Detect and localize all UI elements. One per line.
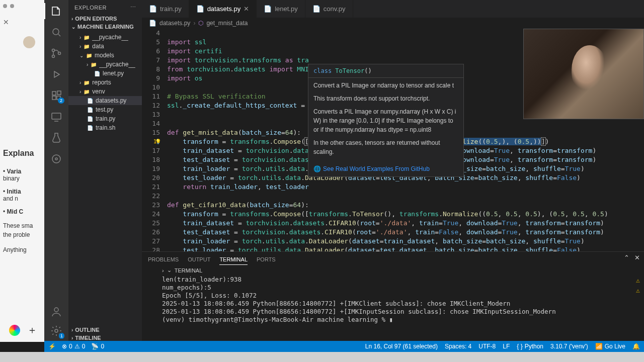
panel-tab[interactable]: TERMINAL	[219, 254, 248, 265]
folder-item[interactable]: ›📁data	[68, 42, 142, 51]
activity-bar: 2 1	[44, 0, 68, 342]
search-icon[interactable]	[50, 26, 62, 38]
indentation-status[interactable]: Spaces: 4	[445, 343, 471, 350]
file-item[interactable]: 📄datasets.py	[68, 96, 142, 105]
maximize-panel-icon[interactable]: ⌃	[624, 254, 629, 261]
folder-icon: 📁	[86, 52, 93, 59]
interpreter-status[interactable]: 3.10.7 ('venv')	[550, 343, 588, 350]
svg-rect-7	[57, 91, 61, 95]
folder-item[interactable]: ›📁reports	[68, 78, 142, 87]
source-control-icon[interactable]	[50, 47, 62, 59]
chevron-right-icon: ›	[79, 89, 81, 95]
file-icon: 📄	[149, 5, 157, 13]
close-icon[interactable]: ✕	[3, 18, 41, 26]
ports-status[interactable]: 📡0	[91, 343, 104, 350]
explorer-icon[interactable]	[50, 5, 62, 17]
svg-point-2	[52, 55, 55, 58]
file-item[interactable]: 📄train.py	[68, 114, 142, 123]
editor-tab[interactable]: 📄conv.py	[305, 0, 353, 18]
remote-indicator[interactable]: ⚡	[48, 343, 56, 350]
panel-tab[interactable]: PORTS	[257, 254, 276, 264]
encoding-status[interactable]: UTF-8	[478, 343, 496, 350]
file-item[interactable]: 📄train.sh	[68, 123, 142, 132]
svg-rect-4	[52, 92, 56, 95]
outline-section[interactable]: › OUTLINE	[68, 326, 142, 334]
hover-text: This transform does not support torchscr…	[313, 94, 458, 103]
bullet-item: • Variabinary	[3, 168, 41, 182]
browser-tab-dot	[3, 4, 7, 8]
paragraph: These sma the proble	[3, 221, 41, 239]
folder-item[interactable]: ›📁venv	[68, 87, 142, 96]
badge: 2	[58, 98, 64, 104]
workspace-section[interactable]: ⌄ MACHINE LEARNING	[68, 23, 142, 31]
file-item[interactable]: 📄lenet.py	[68, 69, 142, 78]
status-bar: ⚡ ⊗0 ⚠0 📡0 Ln 16, Col 97 (61 selected) S…	[44, 341, 644, 352]
chevron-right-icon: ›	[79, 35, 81, 40]
close-panel-icon[interactable]: ✕	[634, 254, 640, 261]
sidebar: EXPLORER ⋯ › OPEN EDITORS ⌄ MACHINE LEAR…	[68, 0, 142, 342]
warning-icon: ⚠	[74, 343, 80, 350]
breadcrumb[interactable]: 📄 datasets.py › ⬡ get_mnist_data	[142, 18, 644, 29]
bullet-item: • Mid C	[3, 208, 41, 215]
browser-tab-dot	[10, 4, 14, 8]
file-icon: 📄	[87, 115, 94, 122]
panel-tab[interactable]: PROBLEMS	[148, 254, 179, 264]
extensions-icon[interactable]: 2	[50, 89, 62, 102]
open-editors-section[interactable]: › OPEN EDITORS	[68, 15, 142, 23]
macos-dock	[0, 352, 644, 362]
gear-icon[interactable]: 1	[50, 325, 62, 337]
folder-icon: 📁	[83, 88, 90, 95]
panel-tabs: PROBLEMSOUTPUTTERMINALPORTS	[142, 252, 644, 267]
account-icon[interactable]	[50, 306, 62, 318]
more-icon[interactable]: ⋯	[130, 4, 136, 11]
folder-item[interactable]: ⌄📁models	[68, 51, 142, 60]
warning-icon: ⚠	[636, 277, 640, 285]
globe-icon: 🌐	[313, 165, 321, 172]
vscode-window: 2 1 EXPLORER ⋯ › OPEN EDITORS ⌄ MACHINE …	[44, 0, 644, 342]
folder-icon: 📁	[83, 34, 90, 41]
copilot-icon[interactable]	[9, 325, 20, 336]
bullet-item: • Initiaand n	[3, 188, 41, 202]
run-debug-icon[interactable]	[50, 68, 62, 80]
editor-group: 📄train.py📄datasets.py✕📄lenet.py📄conv.py …	[142, 0, 644, 342]
hover-text: Converts a PIL Image or numpy.ndarray (H…	[313, 107, 458, 134]
folder-item[interactable]: ›📁__pycache__	[68, 33, 142, 42]
close-icon[interactable]: ✕	[244, 5, 249, 13]
folder-icon: 📁	[83, 43, 90, 50]
language-status[interactable]: { } Python	[517, 343, 543, 350]
avatar	[23, 36, 35, 48]
hover-tooltip: class ToTensor() Convert a PIL Image or …	[308, 64, 464, 177]
eol-status[interactable]: LF	[503, 343, 510, 350]
hover-signature: class ToTensor()	[308, 64, 463, 78]
jupyter-icon[interactable]	[50, 153, 62, 165]
terminal-label: TERMINAL	[175, 267, 203, 274]
file-item[interactable]: 📄test.py	[68, 105, 142, 114]
svg-point-11	[54, 308, 58, 312]
editor-tab[interactable]: 📄lenet.py	[257, 0, 305, 18]
terminal-output[interactable]: len(train_loader):938 num_epochs):5 Epoc…	[142, 275, 644, 342]
file-icon: 📄	[87, 97, 94, 104]
folder-item[interactable]: ›📁__pycache__	[68, 60, 142, 69]
new-chat-icon[interactable]: ＋	[27, 323, 37, 337]
hover-text: Convert a PIL Image or ndarray to tensor…	[313, 81, 458, 90]
chevron-right-icon: ›	[162, 267, 164, 274]
file-icon: 📄	[196, 5, 204, 13]
chevron-down-icon: ⌄	[79, 53, 84, 58]
problems-status[interactable]: ⊗0 ⚠0	[62, 343, 85, 350]
remote-icon[interactable]	[50, 111, 62, 123]
hover-text: In the other cases, tensors are returned…	[313, 138, 458, 156]
file-icon: 📄	[264, 5, 272, 13]
chevron-down-icon: ⌄	[167, 267, 172, 274]
editor-tab[interactable]: 📄datasets.py✕	[189, 0, 257, 18]
notifications-icon[interactable]: 🔔	[632, 343, 640, 350]
editor-tab[interactable]: 📄train.py	[142, 0, 189, 18]
chevron-right-icon: ›	[71, 335, 73, 341]
panel-tab[interactable]: OUTPUT	[188, 254, 210, 264]
go-live-button[interactable]: 📶 Go Live	[595, 343, 625, 350]
cursor-position[interactable]: Ln 16, Col 97 (61 selected)	[365, 343, 438, 350]
svg-point-1	[52, 49, 55, 52]
testing-icon[interactable]	[50, 132, 62, 144]
chevron-right-icon: ›	[79, 44, 81, 49]
hover-link[interactable]: 🌐See Real World Examples From GitHub	[313, 165, 430, 172]
badge: 1	[59, 333, 64, 339]
